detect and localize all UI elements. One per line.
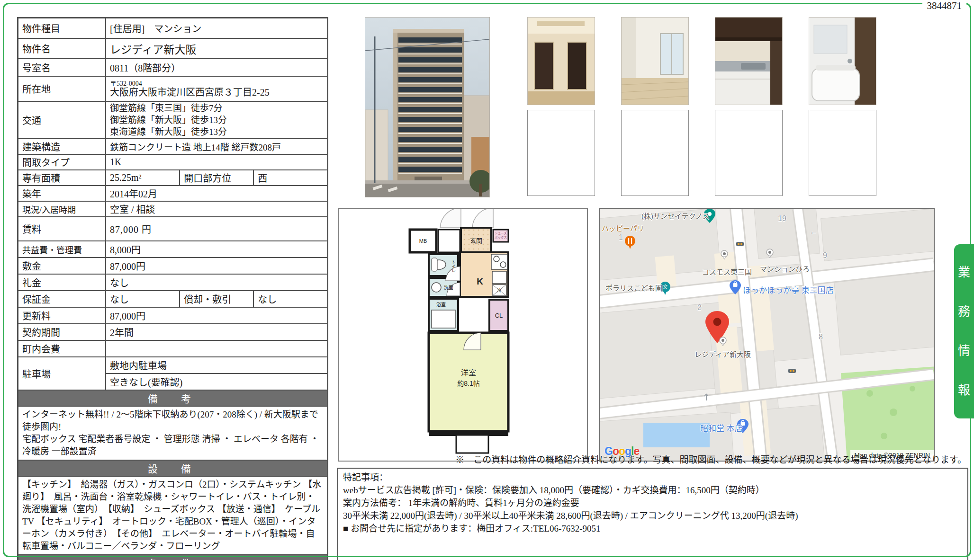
plan-label-room: 洋室 — [461, 369, 476, 377]
tab-char: 業 — [958, 267, 970, 279]
area-value: 25.25m² — [106, 170, 180, 186]
built-year-value: 2014年02月 — [106, 186, 328, 201]
parking-label: 駐車場 — [18, 357, 106, 390]
address-postal: 〒532-0004 — [110, 80, 323, 87]
photo-placeholder-4 — [809, 110, 876, 196]
contract-period-label: 契約期間 — [18, 324, 106, 340]
plan-label-bath: 浴室 — [436, 302, 446, 307]
traffic-light-icon — [736, 242, 744, 246]
tab-char: 務 — [958, 306, 970, 318]
plan-label-genkan: 玄関 — [470, 237, 482, 244]
conditions-header: 条 件 — [18, 555, 328, 560]
area-label: 専有面積 — [18, 170, 106, 186]
access-line-3: 東海道線「新大阪」徒歩13分 — [110, 126, 323, 138]
map-label-hokka: ほっかほっか亭 東三国店 — [743, 284, 834, 295]
row-address: 所在地 〒532-0004 大阪府大阪市淀川区西宮原３丁目2-25 — [18, 76, 328, 101]
chonaikai-label: 町内会費 — [18, 340, 106, 357]
renewal-fee-label: 更新料 — [18, 307, 106, 324]
photo-hallway — [527, 17, 595, 105]
photo-room-interior — [621, 17, 689, 105]
row-deposit: 敷金 87,000円 — [18, 258, 328, 274]
opening-direction-label: 開口部方位 — [180, 170, 253, 186]
renewal-fee-value: 87,000円 — [106, 307, 328, 324]
room-no-label: 号室名 — [18, 59, 106, 76]
room-no-value: 0811（8階部分） — [106, 59, 328, 76]
remarks-line-2: 宅配ボックス 宅配業者番号設定 ・ 管理形態 清掃 ・ エレベータ 各階有 ・ … — [22, 433, 323, 458]
notes-line-3: 案内方法備考： 1年未満の解約時、賃料1ヶ月分の違約金要 — [343, 497, 963, 509]
access-line-1: 御堂筋線「東三国」徒歩7分 — [110, 102, 323, 114]
plan-label-shoes-1: シューズ — [495, 231, 507, 235]
access-line-2: 御堂筋線「新大阪」徒歩13分 — [110, 114, 323, 126]
property-sheet: { "page": { "doc_number": "3844871" }, "… — [0, 0, 974, 560]
structure-label: 建築構造 — [18, 139, 106, 154]
remarks-line-1: インターネット無料!! / 2～5階床下収納あり(207・208除く) / 新大… — [22, 409, 323, 433]
map-label-polaris: ポラリスこども園 — [605, 283, 662, 293]
disclaimer-text: ※ この資料は物件の概略紹介資料になります。写真、間取図面、設備、概要などが現況… — [455, 453, 966, 465]
property-type-value: [住居用] マンション — [106, 18, 328, 39]
equipment-content: 【キッチン】 給湯器（ガス）・ガスコンロ（2口）・システムキッチン 【水廻り】 … — [18, 476, 328, 555]
rent-value: 87,000 円 — [106, 217, 328, 241]
guarantee-value: なし — [106, 291, 180, 307]
row-built-year: 築年 2014年02月 — [18, 186, 328, 201]
status-value: 空室 / 相談 — [106, 201, 328, 217]
photo-placeholder-1 — [527, 110, 595, 196]
map-water — [643, 423, 710, 447]
notes-title: 特記事項： — [343, 471, 963, 484]
row-contract-period: 契約期間 2年間 — [18, 324, 328, 340]
row-room-no: 号室名 0811（8階部分） — [18, 59, 328, 76]
property-name-value: レジディア新大阪 — [106, 38, 328, 59]
location-map: 文 (株)サンセイテクノス ハッピーパリ 1 19 9 ← コスモス東三国 マン… — [599, 208, 935, 462]
row-area: 専有面積 25.25m² 開口部方位 西 — [18, 170, 328, 186]
plan-label-wash: 洗面 — [444, 285, 453, 290]
plan-label-shoes-2: ボックス — [495, 236, 507, 239]
access-value: 御堂筋線「東三国」徒歩7分 御堂筋線「新大阪」徒歩13分 東海道線「新大阪」徒歩… — [106, 101, 328, 139]
remarks-header: 備 考 — [18, 390, 328, 406]
guarantee-label: 保証金 — [18, 291, 106, 307]
key-money-value: なし — [106, 274, 328, 291]
property-detail-table: 物件種目 [住居用] マンション 物件名 レジディア新大阪 号室名 0811（8… — [17, 17, 328, 560]
contract-period-value: 2年間 — [106, 324, 328, 340]
tab-char: 報 — [958, 384, 970, 397]
row-remarks-header: 備 考 — [18, 390, 328, 406]
row-parking-1: 駐車場 敷地内駐車場 — [18, 357, 328, 373]
address-value: 〒532-0004 大阪府大阪市淀川区西宮原３丁目2-25 — [106, 76, 328, 101]
parking-value-1: 敷地内駐車場 — [106, 357, 328, 373]
notes-line-4: 30平米未満 22,000円(退去時) / 30平米以上40平米未満 28,60… — [343, 509, 963, 522]
row-key-money: 礼金 なし — [18, 274, 328, 291]
map-label-mansion-hiro: マンションひろ — [760, 264, 810, 274]
address-label: 所在地 — [18, 76, 106, 101]
map-label-residia: レジディア新大阪 — [694, 349, 751, 359]
row-equipment-header: 設 備 — [18, 460, 328, 476]
layout-type-label: 間取タイプ — [18, 154, 106, 170]
map-one-way-arrow-left: ← — [809, 227, 818, 237]
plan-label-room-size: 約8.1帖 — [457, 380, 479, 387]
key-money-label: 礼金 — [18, 274, 106, 291]
traffic-light-icon-2 — [788, 369, 796, 373]
map-label-cosmos: コスモス東三国 — [702, 267, 752, 276]
plan-label-kitchen: K — [477, 276, 483, 286]
rent-label: 賃料 — [18, 217, 106, 241]
floor-plan: MB 玄関 シューズ ボックス トイレ 洗面 浴室 K 冷 CL 洋室 約8.1… — [338, 208, 588, 462]
access-label: 交通 — [18, 101, 106, 139]
structure-value: 鉄筋コンクリート造 地上14階 総戸数208戸 — [106, 139, 328, 154]
row-remarks: インターネット無料!! / 2～5階床下収納あり(207・208除く) / 新大… — [18, 406, 328, 460]
row-property-type: 物件種目 [住居用] マンション — [18, 18, 328, 39]
row-status: 現況/入居時期 空室 / 相談 — [18, 201, 328, 217]
equipment-header: 設 備 — [18, 460, 328, 476]
photo-bathroom — [809, 17, 876, 105]
gyomu-joho-tab[interactable]: 業 務 情 報 — [954, 244, 974, 418]
deposit-value: 87,000円 — [106, 258, 328, 274]
fees-value: 8,000円 — [106, 241, 328, 258]
parking-value-2: 空きなし(要確認) — [106, 373, 328, 390]
map-block-8: 8 — [819, 333, 823, 341]
status-label: 現況/入居時期 — [18, 201, 106, 217]
row-chonaikai: 町内会費 — [18, 340, 328, 357]
row-equipment: 【キッチン】 給湯器（ガス）・ガスコンロ（2口）・システムキッチン 【水廻り】 … — [18, 476, 328, 555]
row-layout-type: 間取タイプ 1K — [18, 154, 328, 170]
document-number: 3844871 — [922, 0, 967, 12]
row-structure: 建築構造 鉄筋コンクリート造 地上14階 総戸数208戸 — [18, 139, 328, 154]
map-label-sansei: (株)サンセイテクノス — [641, 211, 710, 221]
opening-direction-value: 西 — [253, 170, 327, 186]
deposit-label: 敷金 — [18, 258, 106, 274]
amortization-label: 償却・敷引 — [180, 291, 253, 307]
